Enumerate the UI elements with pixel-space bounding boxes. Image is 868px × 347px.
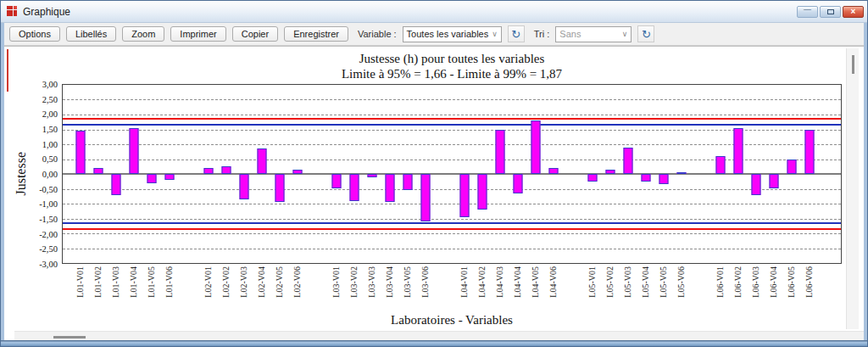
bar-L03-V05 <box>403 174 413 190</box>
x-label-slot: L04-V05 <box>527 264 545 313</box>
zoom-button[interactable]: Zoom <box>122 26 164 42</box>
y-tick-label: -1,50 <box>39 215 58 224</box>
variable-select[interactable]: Toutes les variables ∨ <box>403 26 502 42</box>
enregistrer-button[interactable]: Enregistrer <box>284 26 348 42</box>
bar-L03-V06 <box>421 174 431 221</box>
x-label-slot: L04-V02 <box>473 264 491 313</box>
bar-slot <box>345 85 363 263</box>
y-tick-label: -3,00 <box>39 260 58 269</box>
toolbar: Options Libellés Zoom Imprimer Copier En… <box>4 23 864 46</box>
x-label-slot: L03-V03 <box>363 264 381 313</box>
bar-L02-V05 <box>275 174 285 202</box>
y-axis-title: Justesse <box>14 152 29 196</box>
x-tick-label: L06-V01 <box>716 266 725 298</box>
bar-group-L01 <box>71 85 179 263</box>
x-label-slot: L04-V04 <box>509 264 527 313</box>
bar-slot <box>71 85 89 263</box>
minimize-icon: — <box>804 6 811 14</box>
close-button[interactable]: × <box>843 6 864 18</box>
bar-slot <box>327 85 345 263</box>
y-tick-label: 2,00 <box>42 109 58 119</box>
app-icon <box>7 6 18 17</box>
left-red-accent <box>7 49 8 92</box>
bar-L01-V05 <box>147 174 157 183</box>
chart-titles: Justesse (h) pour toutes les variables L… <box>62 51 842 81</box>
tri-select[interactable]: Sans ∨ <box>555 26 632 42</box>
variable-label: Variable : <box>358 29 397 39</box>
vertical-scrollbar[interactable] <box>846 48 859 329</box>
x-tick-label: L01-V06 <box>165 266 174 298</box>
x-label-slot: L05-V05 <box>655 264 673 313</box>
x-tick-labels: L01-V01L01-V02L01-V03L01-V04L01-V05L01-V… <box>62 264 842 313</box>
bar-slot <box>125 85 143 263</box>
copier-button[interactable]: Copier <box>232 26 278 42</box>
close-icon: × <box>851 8 856 16</box>
bar-L06-V05 <box>787 160 797 174</box>
bar-slot <box>765 85 783 263</box>
bar-L02-V02 <box>221 166 231 174</box>
vertical-scrollbar-thumb[interactable] <box>852 55 854 74</box>
refresh-icon: ↻ <box>511 28 520 41</box>
chevron-down-icon: ∨ <box>492 30 498 38</box>
x-label-slot: L05-V01 <box>583 264 601 313</box>
bar-slot <box>601 85 619 263</box>
tri-refresh-button[interactable]: ↻ <box>637 25 654 42</box>
bar-L01-V03 <box>111 174 120 195</box>
bar-L05-V05 <box>659 174 669 184</box>
x-tick-label: L03-V03 <box>368 266 376 298</box>
label-group-L04: L04-V01L04-V02L04-V03L04-V04L04-V05L04-V… <box>455 264 563 313</box>
x-label-slot: L01-V04 <box>125 264 143 313</box>
bar-L05-V06 <box>677 172 687 174</box>
x-label-slot: L06-V02 <box>729 264 747 313</box>
window-controls: — × <box>797 6 864 18</box>
label-group-L06: L06-V01L06-V02L06-V03L06-V04L06-V05L06-V… <box>711 264 819 313</box>
x-tick-label: L02-V01 <box>204 266 213 298</box>
options-button[interactable]: Options <box>9 26 60 42</box>
bar-slot <box>253 85 271 263</box>
bar-slot <box>747 85 765 263</box>
x-tick-label: L05-V03 <box>624 266 632 298</box>
imprimer-button[interactable]: Imprimer <box>170 26 225 42</box>
bar-slot <box>637 85 655 263</box>
titlebar[interactable]: Graphique — × <box>1 1 867 23</box>
y-tick-label: 1,00 <box>42 139 58 148</box>
bar-L04-V03 <box>495 130 504 175</box>
tri-select-value: Sans <box>559 29 618 39</box>
bar-L05-V03 <box>623 148 632 175</box>
bar-group-L02 <box>199 85 307 263</box>
bar-L01-V02 <box>93 168 103 174</box>
bar-L06-V03 <box>751 174 760 195</box>
x-tick-label: L01-V01 <box>76 266 85 298</box>
x-label-slot: L02-V06 <box>289 264 307 313</box>
bar-L02-V06 <box>293 170 303 174</box>
bar-L06-V06 <box>805 130 815 175</box>
bar-L02-V04 <box>258 148 267 174</box>
x-tick-label: L02-V02 <box>222 266 231 298</box>
x-label-slot: L02-V04 <box>253 264 271 313</box>
x-tick-label: L02-V04 <box>258 266 266 298</box>
y-tick-label: 3,00 <box>42 80 58 89</box>
bar-slot <box>491 85 509 263</box>
x-tick-label: L04-V03 <box>496 266 504 298</box>
chart-subtitle: Limite à 95% = 1,66 - Limite à 99% = 1,8… <box>62 66 842 81</box>
x-tick-label: L04-V06 <box>549 266 558 298</box>
x-tick-label: L06-V03 <box>752 266 760 298</box>
x-label-slot: L03-V06 <box>417 264 435 313</box>
bar-L05-V01 <box>587 174 597 182</box>
bar-group-L05 <box>583 85 691 263</box>
horizontal-scrollbar-thumb[interactable] <box>53 336 86 339</box>
bar-slot <box>673 85 691 263</box>
bar-L03-V04 <box>386 174 395 202</box>
bar-L01-V04 <box>130 128 139 174</box>
x-label-slot: L04-V03 <box>491 264 509 313</box>
variable-refresh-button[interactable]: ↻ <box>508 25 525 42</box>
minimize-button[interactable]: — <box>797 6 818 18</box>
x-label-slot: L04-V01 <box>455 264 473 313</box>
window-bottom-border <box>1 340 867 346</box>
libelles-button[interactable]: Libellés <box>66 26 116 42</box>
label-group-L01: L01-V01L01-V02L01-V03L01-V04L01-V05L01-V… <box>71 264 179 313</box>
x-tick-label: L03-V05 <box>403 266 412 298</box>
maximize-button[interactable] <box>820 6 841 18</box>
x-tick-label: L02-V06 <box>293 266 302 298</box>
bar-slot <box>783 85 801 263</box>
